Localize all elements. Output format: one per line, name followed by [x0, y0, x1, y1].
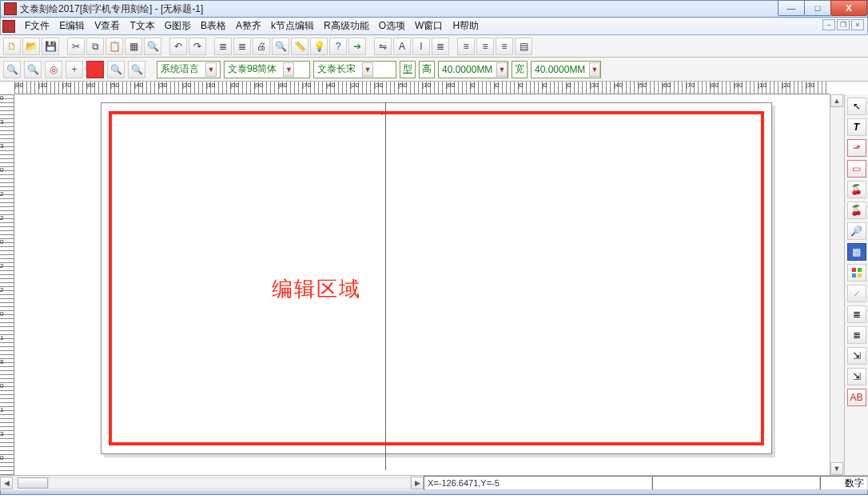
minimize-button[interactable]: — [778, 0, 805, 16]
menu-help[interactable]: H帮助 [448, 18, 484, 34]
width-input[interactable]: 40.0000MM ▼ [531, 61, 601, 78]
mdi-restore[interactable]: ❐ [837, 19, 850, 30]
alignj-button[interactable]: ▤ [515, 38, 532, 55]
ruler-tick: 0 [0, 166, 3, 190]
app-icon [4, 2, 17, 15]
alignr-button[interactable]: ≡ [496, 38, 513, 55]
arrange1-tool[interactable]: ⇲ [847, 347, 866, 365]
text-button[interactable]: A [393, 38, 411, 55]
menu-window[interactable]: W窗口 [410, 18, 448, 34]
zoompage-button[interactable]: 🔍 [128, 61, 145, 78]
scroll-thumb[interactable] [18, 477, 48, 489]
new-button[interactable]: 🗋 [3, 38, 21, 55]
style-combo[interactable]: 文泰长宋 ▼ [313, 61, 396, 78]
arrange2-tool[interactable]: ⇲ [847, 368, 866, 385]
cherry-tool[interactable]: 🍒 [847, 181, 866, 198]
qzoom-tool[interactable]: 🔎 [847, 222, 866, 240]
ruler-tick: |90 [734, 82, 758, 89]
cut-button[interactable]: ✂ [67, 38, 85, 55]
scroll-up-icon[interactable]: ▲ [830, 94, 843, 107]
ruler-tick: |10 [38, 82, 62, 89]
ruler-tick: |70 [62, 82, 86, 89]
paste-button[interactable]: 📋 [106, 38, 123, 55]
page2-button[interactable]: ≣ [233, 38, 251, 55]
text-tool[interactable]: T [847, 118, 866, 136]
plus-button[interactable]: ＋ [66, 61, 83, 78]
scroll-track-h[interactable] [48, 477, 411, 489]
copy-button[interactable]: ⧉ [86, 38, 104, 55]
status-coords: X=-126.6471,Y=-5 [424, 476, 652, 490]
redo-button[interactable]: ↷ [189, 38, 206, 55]
close-button[interactable]: X [830, 0, 867, 16]
colors-tool[interactable] [847, 264, 866, 281]
menu-node[interactable]: k节点编辑 [266, 18, 319, 34]
font-combo[interactable]: 文泰98简体 ▼ [224, 61, 310, 78]
italic-button[interactable]: I [412, 38, 430, 55]
zoomfit-button[interactable]: 🔍 [107, 61, 125, 78]
help-button[interactable]: ? [329, 38, 347, 55]
ruler-tick: 1 [0, 406, 3, 430]
ruler-tick: 2 [0, 190, 3, 214]
mdi-min[interactable]: – [822, 19, 835, 30]
height-input[interactable]: 40.0000MM ▼ [438, 61, 508, 78]
scroll-left-icon[interactable]: ◀ [0, 477, 13, 489]
target-button[interactable]: ◎ [45, 61, 62, 78]
brush-tool[interactable]: ⟋ [847, 285, 866, 302]
lines-tool[interactable]: ≣ [847, 305, 866, 323]
menu-file[interactable]: F文件 [20, 18, 54, 34]
ruler-tick: |30 [806, 82, 830, 89]
pointer-tool[interactable]: ↖ [847, 98, 866, 115]
ruler-vertical[interactable]: 0330220220180130120 [0, 94, 14, 475]
lang-combo[interactable]: 系统语言 ▼ [157, 61, 221, 78]
save-button[interactable]: 💾 [42, 38, 59, 55]
fill-button[interactable] [86, 61, 104, 78]
menu-table[interactable]: B表格 [196, 18, 231, 34]
menu-text[interactable]: T文本 [125, 18, 159, 34]
ab-tool[interactable]: AB [847, 389, 866, 406]
menu-options[interactable]: O选项 [374, 18, 410, 34]
right-toolbox: ↖ T ⬏ ▭ 🍒 🍒 🔎 ▦ ⟋ ≣ ≣ ⇲ ⇲ AB [844, 94, 868, 475]
cherry2-tool[interactable]: 🍒 [847, 202, 866, 219]
bulb-button[interactable]: 💡 [310, 38, 328, 55]
dropdown-arrow-icon: ▼ [362, 62, 373, 77]
alignl-button[interactable]: ≡ [457, 38, 475, 55]
open-button[interactable]: 📂 [22, 38, 40, 55]
mdi-close[interactable]: × [851, 19, 864, 30]
menu-edit[interactable]: E编辑 [54, 18, 90, 34]
ruler-tick: |70 [302, 82, 326, 89]
ruler-tick: 3 [0, 118, 3, 142]
scroll-track[interactable] [830, 107, 844, 462]
scroll-right-icon[interactable]: ▶ [411, 477, 424, 489]
grid-button[interactable]: ▦ [125, 38, 142, 55]
flip-button[interactable]: ⇋ [374, 38, 392, 55]
ruler-horizontal[interactable]: |80|10|70|60|50|40|30|20|10|00|90|80|70|… [14, 82, 830, 94]
zoomout-button[interactable]: 🔍 [24, 61, 42, 78]
menu-align[interactable]: A整齐 [231, 18, 266, 34]
ruler-tick: 1 [0, 334, 3, 358]
ruler-button[interactable]: 📏 [291, 38, 309, 55]
print-button[interactable]: 🖨 [253, 38, 270, 55]
table-tool[interactable]: ▦ [847, 243, 866, 261]
zoom-button[interactable]: 🔍 [272, 38, 289, 55]
menu-advanced[interactable]: R高级功能 [319, 18, 374, 34]
menu-view[interactable]: V查看 [90, 18, 125, 34]
list-button[interactable]: ≣ [432, 38, 449, 55]
rect-tool[interactable]: ▭ [847, 160, 866, 178]
scrollbar-horizontal[interactable]: ◀ ▶ [0, 476, 424, 490]
preview-button[interactable]: 🔍 [144, 38, 161, 55]
scrollbar-vertical[interactable]: ▲ ▼ [830, 94, 844, 475]
output-button[interactable]: ➔ [348, 38, 366, 55]
window-controls: — □ X [778, 0, 867, 16]
node-tool[interactable]: ⬏ [847, 139, 866, 157]
canvas[interactable]: ✕ 编辑区域 [14, 94, 830, 475]
page-button[interactable]: ≣ [214, 38, 232, 55]
cutlines-tool[interactable]: ≣ [847, 326, 866, 344]
scroll-down-icon[interactable]: ▼ [830, 462, 843, 475]
undo-button[interactable]: ↶ [169, 38, 187, 55]
workarea: 0330220220180130120 ✕ 编辑区域 ▲ ▼ ↖ T ⬏ ▭ 🍒… [0, 94, 868, 475]
maximize-button[interactable]: □ [804, 0, 831, 16]
zoomin-button[interactable]: 🔍 [3, 61, 21, 78]
menu-shape[interactable]: G图形 [160, 18, 196, 34]
alignc-button[interactable]: ≡ [476, 38, 494, 55]
ruler-tick: |40 [614, 82, 638, 89]
